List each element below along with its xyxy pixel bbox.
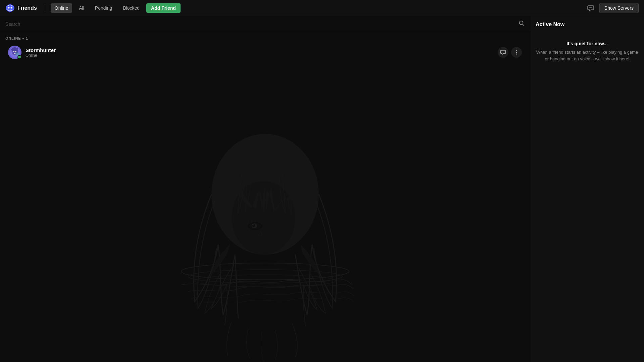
svg-point-6 <box>519 21 523 25</box>
tab-pending[interactable]: Pending <box>91 3 116 13</box>
top-navigation: Friends Online All Pending Blocked Add F… <box>0 0 644 16</box>
online-status-dot <box>17 55 21 59</box>
nav-logo: Friends <box>5 3 37 13</box>
active-now-description: When a friend starts an activity – like … <box>536 49 639 62</box>
active-now-quiet-heading: It's quiet for now... <box>566 41 608 46</box>
notification-icon[interactable] <box>586 3 595 13</box>
svg-point-22 <box>232 181 295 255</box>
svg-point-24 <box>249 223 261 229</box>
tab-blocked[interactable]: Blocked <box>119 3 144 13</box>
active-now-empty-state: It's quiet for now... When a friend star… <box>536 34 639 62</box>
friend-avatar <box>8 46 21 59</box>
friends-title: Friends <box>17 5 37 11</box>
friend-actions <box>498 47 522 58</box>
friend-status: Online <box>26 53 498 58</box>
svg-line-7 <box>523 24 524 26</box>
search-icon[interactable] <box>518 20 525 28</box>
search-bar <box>0 16 530 32</box>
main-area: ONLINE – 1 <box>0 16 644 362</box>
more-options-button[interactable] <box>511 47 522 58</box>
active-now-panel: Active Now It's quiet for now... When a … <box>530 16 644 362</box>
svg-point-27 <box>252 224 254 225</box>
message-friend-button[interactable] <box>498 47 508 58</box>
tab-all[interactable]: All <box>75 3 88 13</box>
nav-right-actions: Show Servers <box>586 3 639 13</box>
svg-rect-16 <box>11 48 18 51</box>
background-illustration <box>164 127 366 362</box>
svg-point-21 <box>211 134 319 255</box>
online-count-label: ONLINE – 1 <box>0 32 530 43</box>
svg-point-20 <box>516 54 517 55</box>
svg-point-26 <box>252 224 255 227</box>
nav-divider <box>45 4 45 12</box>
svg-point-5 <box>591 7 592 8</box>
svg-point-1 <box>8 7 10 8</box>
active-now-title: Active Now <box>536 21 639 28</box>
friend-info: Stormhunter Online <box>26 47 498 58</box>
friend-list-item[interactable]: Stormhunter Online <box>3 43 527 62</box>
svg-point-18 <box>516 50 517 51</box>
svg-point-3 <box>589 7 590 8</box>
svg-point-23 <box>248 222 262 230</box>
svg-point-4 <box>590 7 591 8</box>
svg-point-19 <box>516 52 517 53</box>
tab-online[interactable]: Online <box>51 3 72 13</box>
svg-point-30 <box>195 275 336 287</box>
discord-logo-icon <box>5 3 15 13</box>
show-servers-button[interactable]: Show Servers <box>599 3 639 13</box>
friends-panel: ONLINE – 1 <box>0 16 530 362</box>
friend-name: Stormhunter <box>26 47 498 53</box>
svg-point-29 <box>188 270 342 283</box>
add-friend-button[interactable]: Add Friend <box>146 3 181 13</box>
search-input[interactable] <box>5 21 518 27</box>
svg-point-25 <box>252 223 257 228</box>
svg-point-2 <box>11 7 12 8</box>
svg-point-28 <box>181 263 349 280</box>
